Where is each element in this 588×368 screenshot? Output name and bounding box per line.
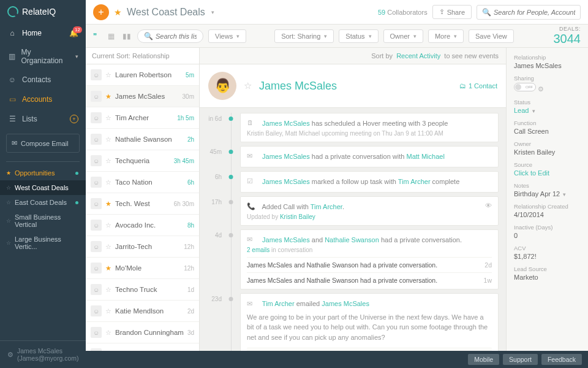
save-view-button[interactable]: Save View	[469, 29, 514, 43]
list-item[interactable]: ☺☆Jarrito-Tech12h	[86, 236, 199, 258]
list-item[interactable]: ☺★T.A.C.O.3d	[86, 343, 199, 351]
list-item[interactable]: ☺☆Lauren Robertson5m	[86, 64, 199, 86]
list-item[interactable]: ☺☆Brandon Cunningham3d	[86, 322, 199, 343]
list-item[interactable]: ☺☆Tim Archer1h 5m	[86, 107, 199, 129]
list-item[interactable]: ☺☆Katie Mendlson2d	[86, 301, 199, 322]
eye-icon[interactable]: 👁	[485, 202, 492, 209]
list-item-name: Jarrito-Tech	[115, 243, 180, 250]
share-button[interactable]: ⇪Share	[432, 5, 472, 19]
list-item-name: Brandon Cunningham	[115, 329, 184, 336]
nav-sub-large[interactable]: ☆Large Business Vertic...	[0, 232, 86, 254]
event-email[interactable]: ✉ Tim Archer emailed James McSales We ar…	[240, 293, 499, 351]
logo-icon	[7, 6, 18, 17]
star-icon[interactable]: ☆	[105, 243, 111, 251]
compose-email-button[interactable]: ✉ Compose Email	[6, 134, 80, 153]
avatar: ☺	[91, 91, 102, 102]
star-icon[interactable]: ★	[105, 200, 111, 208]
properties-panel: RelationshipJames McSales Sharing ⚙ Stat…	[506, 48, 588, 351]
gear-icon[interactable]: ⚙	[538, 85, 544, 93]
sharing-toggle[interactable]	[514, 83, 536, 91]
nav-lists[interactable]: ☰ Lists +	[0, 109, 86, 129]
views-dropdown[interactable]: Views▾	[208, 29, 246, 43]
phone-icon: 📞	[247, 202, 257, 212]
event-meeting[interactable]: 🗓 James McSales has scheduled a Hover me…	[240, 113, 499, 142]
owner-dropdown[interactable]: Owner▾	[383, 29, 423, 43]
nav-sub-west[interactable]: ☆West Coast Deals	[0, 180, 86, 195]
star-icon[interactable]: ★	[105, 93, 111, 101]
nav-sub-east[interactable]: ☆East Coast Deals	[0, 195, 86, 210]
star-icon[interactable]: ☆	[105, 114, 111, 122]
list-item-name: James McSales	[115, 93, 179, 100]
contact-name: James McSales	[259, 80, 337, 93]
share-icon: ⇪	[439, 8, 445, 16]
star-icon[interactable]: ☆	[105, 178, 111, 186]
list-item[interactable]: ☺☆Techno Truck1d	[86, 279, 199, 301]
star-icon[interactable]: ★	[105, 264, 111, 272]
nav-opportunities[interactable]: ★ Opportunities	[0, 166, 86, 180]
more-dropdown[interactable]: More▾	[428, 29, 464, 43]
list-item[interactable]: ☺★James McSales30m	[86, 86, 199, 107]
event-task[interactable]: ☑ James McSales marked a follow up task …	[240, 171, 499, 193]
support-button[interactable]: Support	[503, 354, 538, 365]
chevron-down-icon[interactable]: ▾	[211, 9, 214, 15]
nav-accounts[interactable]: ▭ Accounts	[0, 90, 86, 109]
stream-view-icon[interactable]: ❞	[93, 32, 103, 40]
recent-activity-link[interactable]: Recent Activity	[396, 52, 440, 59]
event-call[interactable]: 📞 Added Call with Tim Archer. 👁 Updated …	[240, 196, 499, 226]
list-item[interactable]: ☺☆Techqueria3h 45m	[86, 150, 199, 172]
star-icon[interactable]: ☆	[105, 136, 111, 144]
gear-icon: ⚙	[7, 351, 13, 358]
add-button[interactable]: +	[93, 4, 109, 20]
chart-view-icon[interactable]: ▮▮	[123, 32, 132, 40]
list-item[interactable]: ☺☆Avocado Inc.8h	[86, 215, 199, 236]
status-dropdown[interactable]: Status▾	[339, 29, 378, 43]
bottom-bar: Mobile Support Feedback	[86, 351, 588, 368]
list-item-name: Avocado Inc.	[115, 221, 184, 229]
mail-icon: ✉	[247, 236, 257, 245]
star-icon[interactable]: ☆	[105, 286, 111, 294]
star-icon[interactable]: ☆	[105, 329, 111, 337]
event-thread[interactable]: ✉ James McSales and Nathalie Swanson had…	[240, 229, 499, 289]
global-search-input[interactable]	[494, 9, 575, 16]
list-item-time: 5m	[186, 72, 194, 79]
star-icon[interactable]: ☆	[105, 157, 111, 165]
nav-sub-small[interactable]: ☆Small Business Vertical	[0, 210, 86, 232]
user-footer[interactable]: ⚙ James McSales (James@myorg.com)	[0, 340, 86, 368]
star-icon[interactable]: ☆	[105, 221, 111, 229]
nav-home[interactable]: ⌂ Home 🔔12	[0, 23, 86, 43]
star-icon[interactable]: ☆	[244, 80, 252, 91]
list-item[interactable]: ☺☆Taco Nation6h	[86, 172, 199, 193]
sort-dropdown[interactable]: Sort: Sharing▾	[274, 29, 334, 43]
add-icon[interactable]: +	[70, 115, 78, 123]
list-item[interactable]: ☺★Tech. West6h 30m	[86, 193, 199, 215]
avatar: ☺	[91, 327, 102, 338]
feedback-button[interactable]: Feedback	[541, 354, 582, 365]
avatar: ☺	[91, 155, 102, 166]
list-item[interactable]: ☺☆Nathalie Swanson2h	[86, 129, 199, 150]
list-search[interactable]: 🔍	[137, 29, 203, 43]
star-icon[interactable]: ☆	[105, 307, 111, 315]
nav-org[interactable]: ▥ My Organization ▾	[0, 43, 86, 70]
star-icon[interactable]: ★	[114, 7, 122, 17]
topbar: + ★ West Coast Deals ▾ 59 Collaborators …	[86, 0, 588, 25]
logo[interactable]: RelateIQ	[0, 0, 86, 23]
calendar-icon: 🗓	[247, 119, 257, 129]
deals-count: DEALS: 3044	[554, 26, 581, 46]
list-search-input[interactable]	[156, 33, 197, 40]
grid-view-icon[interactable]: ▦	[108, 32, 118, 40]
list-item[interactable]: ☺★Mo'Mole12h	[86, 258, 199, 279]
bell-icon[interactable]: 🔔12	[69, 29, 78, 37]
detail-panel: Sort by Recent Activity to see new event…	[200, 48, 506, 351]
notes-field[interactable]: Birthday Apr 12 ▾	[514, 190, 581, 197]
contact-link[interactable]: 🗂1 Contact	[459, 82, 497, 90]
list-item-time: 1h 5m	[177, 115, 194, 121]
collaborators[interactable]: 59 Collaborators	[378, 9, 428, 16]
event-conversation[interactable]: ✉ James McSales had a private conversati…	[240, 146, 499, 167]
global-search[interactable]: 🔍	[477, 5, 581, 20]
star-icon[interactable]: ☆	[105, 71, 111, 79]
status-dropdown[interactable]: Lead ▾	[514, 107, 581, 114]
nav-contacts[interactable]: ☺ Contacts	[0, 70, 86, 90]
dot-indicator	[75, 172, 78, 175]
mobile-button[interactable]: Mobile	[468, 354, 499, 365]
source-edit[interactable]: Click to Edit	[514, 169, 581, 177]
